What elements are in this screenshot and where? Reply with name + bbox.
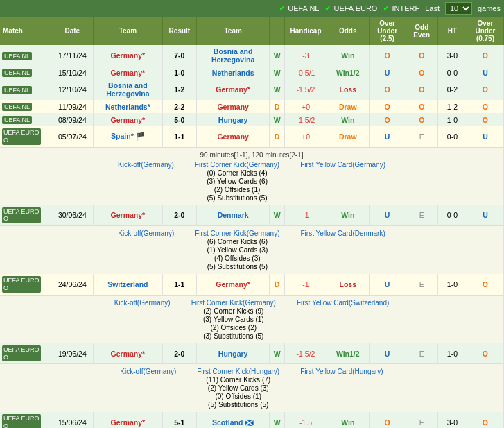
cell-result: 1-1 — [162, 274, 197, 295]
cell-handicap: -3 — [285, 45, 327, 66]
cell-result: 2-2 — [162, 100, 197, 113]
check-icon: ✓ — [324, 3, 331, 13]
cell-outcome: W — [270, 205, 285, 226]
check-icon: ✓ — [279, 3, 286, 13]
cell-oddeven: O — [406, 66, 437, 79]
cell-ht: 0-0 — [437, 205, 467, 226]
cell-result: 1-2 — [162, 79, 197, 100]
col-result: Result — [162, 17, 197, 45]
filter-uefa-nl[interactable]: ✓ UEFA NL — [279, 3, 319, 13]
filter-interf[interactable]: ✓ INTERF — [383, 3, 419, 13]
cell-competition: UEFA EUROO — [0, 343, 51, 364]
cell-competition: UEFA NL — [0, 66, 51, 79]
detail-row: Kick-off(Germany) First Corner Kick(Hung… — [0, 364, 504, 413]
cell-overunder075: O — [467, 100, 503, 113]
cell-team2: Netherlands — [197, 66, 270, 79]
cell-outcome: D — [270, 100, 285, 113]
cell-ht: 3-0 — [437, 412, 467, 428]
cell-odds: Win1/2 — [327, 343, 369, 364]
table-row: UEFA NL 08/09/24 Germany* 5-0 Hungary W … — [0, 113, 504, 126]
table-row: UEFA EUROO 24/06/24 Switzerland 1-1 Germ… — [0, 274, 504, 295]
cell-oddeven: E — [406, 126, 437, 147]
cell-handicap: -1.5/2 — [285, 343, 327, 364]
col-oddeven: Odd Even — [406, 17, 437, 45]
detail-cell: 90 minutes[1-1], 120 minutes[2-1] Kick-o… — [0, 147, 504, 205]
cell-handicap: -1.5/2 — [285, 79, 327, 100]
games-count-select[interactable]: 10 20 30 — [445, 2, 472, 15]
table-row: UEFA NL 11/09/24 Netherlands* 2-2 German… — [0, 100, 504, 113]
cell-outcome: W — [270, 79, 285, 100]
filter-uefa-euro-label: UEFA EURO — [333, 4, 377, 12]
cell-team1: Spain* 🏴󠁢󠁥󠁳 — [94, 126, 162, 147]
cell-overunder: U — [369, 126, 406, 147]
cell-ht: 0-0 — [437, 66, 467, 79]
main-container: ✓ UEFA NL ✓ UEFA EURO ✓ INTERF Last 10 2… — [0, 0, 504, 428]
last-label: Last — [425, 4, 440, 12]
cell-ht: 1-0 — [437, 274, 467, 295]
cell-ht: 1-0 — [437, 343, 467, 364]
filter-interf-label: INTERF — [392, 4, 419, 12]
cell-oddeven: E — [406, 205, 437, 226]
cell-competition: UEFA EUROO — [0, 205, 51, 226]
cell-handicap: +0 — [285, 126, 327, 147]
cell-team1: Germany* — [94, 412, 162, 428]
cell-result: 5-0 — [162, 113, 197, 126]
cell-team2: Germany* — [197, 79, 270, 100]
cell-date: 24/06/24 — [51, 274, 94, 295]
table-row: UEFA EUROO 30/06/24 Germany* 2-0 Denmark… — [0, 205, 504, 226]
cell-date: 17/11/24 — [51, 45, 94, 66]
cell-overunder: U — [369, 66, 406, 79]
cell-oddeven: E — [406, 412, 437, 428]
cell-odds: Win — [327, 45, 369, 66]
cell-ht: 0-2 — [437, 79, 467, 100]
cell-team2: Scotland 🏴󠁧󠁢󠁳󠁣󠁴󠁿 — [197, 412, 270, 428]
col-overunder: Over Under (2.5) — [369, 17, 406, 45]
cell-team2: Bosnia and Herzegovina — [197, 45, 270, 66]
cell-team1: Germany* — [94, 66, 162, 79]
col-handicap: Handicap — [285, 17, 327, 45]
cell-overunder: U — [369, 274, 406, 295]
cell-date: 15/10/24 — [51, 66, 94, 79]
cell-result: 1-0 — [162, 66, 197, 79]
cell-ht: 1-2 — [437, 100, 467, 113]
col-outcome — [270, 17, 285, 45]
cell-team2: Denmark — [197, 205, 270, 226]
filter-bar: ✓ UEFA NL ✓ UEFA EURO ✓ INTERF Last 10 2… — [0, 0, 504, 17]
table-row: UEFA NL 12/10/24 Bosnia and Herzegovina … — [0, 79, 504, 100]
cell-ht: 3-0 — [437, 45, 467, 66]
cell-date: 08/09/24 — [51, 113, 94, 126]
cell-competition: UEFA NL — [0, 100, 51, 113]
table-row: UEFA EUROO 19/06/24 Germany* 2-0 Hungary… — [0, 343, 504, 364]
cell-overunder: O — [369, 45, 406, 66]
cell-handicap: -1.5 — [285, 412, 327, 428]
cell-handicap: -1.5/2 — [285, 113, 327, 126]
table-row: UEFA EUROO 05/07/24 Spain* 🏴󠁢󠁥󠁳 1-1 Germ… — [0, 126, 504, 147]
col-match: Match — [0, 17, 51, 45]
cell-odds: Win — [327, 412, 369, 428]
col-overunder075: Over Under (0.75) — [467, 17, 503, 45]
cell-team1: Germany* — [94, 45, 162, 66]
cell-outcome: W — [270, 66, 285, 79]
cell-date: 30/06/24 — [51, 205, 94, 226]
cell-oddeven: O — [406, 100, 437, 113]
cell-competition: UEFA EUROO — [0, 412, 51, 428]
col-team2: Team — [197, 17, 270, 45]
col-ht: HT — [437, 17, 467, 45]
cell-oddeven: O — [406, 113, 437, 126]
detail-row: Kick-off(Germany) First Corner Kick(Germ… — [0, 295, 504, 343]
cell-overunder075: O — [467, 274, 503, 295]
cell-team2: Hungary — [197, 343, 270, 364]
cell-result: 2-0 — [162, 343, 197, 364]
cell-overunder: O — [369, 100, 406, 113]
cell-overunder075: O — [467, 79, 503, 100]
cell-overunder075: U — [467, 126, 503, 147]
cell-result: 5-1 — [162, 412, 197, 428]
cell-overunder075: O — [467, 412, 503, 428]
filter-uefa-euro[interactable]: ✓ UEFA EURO — [324, 3, 377, 13]
filter-uefa-nl-label: UEFA NL — [288, 4, 319, 12]
cell-odds: Draw — [327, 100, 369, 113]
cell-date: 15/06/24 — [51, 412, 94, 428]
cell-result: 2-0 — [162, 205, 197, 226]
cell-team2: Germany — [197, 126, 270, 147]
cell-result: 7-0 — [162, 45, 197, 66]
